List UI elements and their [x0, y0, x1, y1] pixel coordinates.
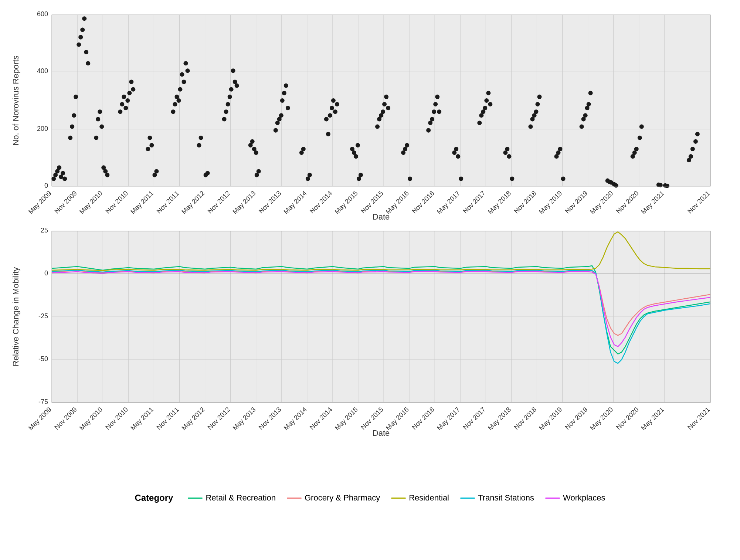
scatter-dot	[583, 113, 588, 118]
svg-text:May 2019: May 2019	[537, 405, 563, 432]
svg-text:May 2013: May 2013	[231, 405, 257, 432]
grocery-pharmacy-legend-line	[287, 498, 302, 499]
svg-text:Nov 2016: Nov 2016	[410, 405, 436, 431]
scatter-dot	[505, 147, 509, 151]
scatter-dot	[658, 183, 663, 187]
scatter-dot	[226, 102, 230, 106]
x-tick-may2012: May 2012	[180, 190, 206, 216]
bottom-y-tick-0: 0	[44, 269, 48, 277]
scatter-dot	[328, 113, 332, 118]
legend-item-workplaces: Workplaces	[545, 493, 605, 503]
x-tick-may2019: May 2019	[537, 190, 563, 216]
x-tick-may2021: May 2021	[640, 190, 666, 216]
scatter-dot	[537, 95, 542, 99]
svg-text:May 2015: May 2015	[333, 405, 359, 432]
x-tick-nov2019: Nov 2019	[564, 190, 589, 215]
scatter-dot	[324, 117, 329, 121]
scatter-dot	[231, 68, 235, 73]
transit-stations-legend-line	[460, 498, 475, 499]
svg-text:May 2018: May 2018	[486, 405, 512, 432]
scatter-dot	[57, 165, 61, 170]
scatter-dot	[386, 106, 390, 110]
scatter-dot	[180, 72, 184, 77]
scatter-dot	[356, 143, 360, 147]
scatter-dot	[484, 98, 489, 103]
y-tick-600: 600	[37, 10, 48, 18]
scatter-dot	[333, 109, 337, 114]
workplaces-legend-line	[545, 498, 560, 499]
scatter-dot	[122, 95, 126, 99]
x-tick-may2016: May 2016	[384, 190, 410, 216]
scatter-dot	[280, 98, 285, 103]
scatter-dot	[528, 124, 533, 129]
x-tick-nov2020: Nov 2020	[615, 190, 640, 215]
scatter-dot	[146, 147, 150, 151]
bottom-y-tick-n75: -75	[38, 398, 48, 405]
scatter-dot	[222, 117, 227, 121]
scatter-dot	[118, 109, 122, 114]
scatter-dot	[437, 109, 441, 114]
scatter-dot	[426, 128, 431, 133]
x-tick-may2013: May 2013	[231, 190, 257, 216]
scatter-dot	[639, 124, 644, 129]
scatter-dot	[147, 136, 152, 140]
x-tick-may2011: May 2011	[129, 190, 155, 216]
scatter-dot	[127, 91, 132, 95]
x-tick-may2020: May 2020	[588, 190, 614, 216]
scatter-dot	[609, 180, 614, 185]
bottom-y-tick-25: 25	[41, 227, 48, 234]
svg-text:Nov 2012: Nov 2012	[206, 405, 232, 431]
scatter-dot	[405, 143, 409, 147]
scatter-dot	[585, 106, 590, 110]
x-tick-nov2021: Nov 2021	[686, 190, 712, 215]
x-tick-may2018: May 2018	[486, 190, 512, 216]
svg-text:May 2009: May 2009	[27, 405, 53, 432]
scatter-dot	[690, 147, 695, 151]
scatter-dot	[359, 173, 363, 177]
svg-text:May 2017: May 2017	[435, 405, 461, 432]
x-tick-nov2009: Nov 2009	[53, 190, 78, 215]
scatter-dot	[171, 109, 175, 114]
svg-text:Nov 2018: Nov 2018	[513, 405, 538, 431]
scatter-dot	[588, 91, 593, 95]
scatter-dot	[308, 173, 312, 177]
scatter-dot	[375, 124, 380, 129]
top-plot-bg	[52, 15, 710, 186]
scatter-dot	[331, 98, 336, 103]
scatter-dot	[125, 98, 130, 103]
svg-text:May 2012: May 2012	[180, 405, 206, 432]
scatter-dot	[459, 177, 463, 181]
scatter-dot	[477, 121, 482, 125]
svg-text:Nov 2010: Nov 2010	[104, 405, 130, 431]
scatter-dot	[131, 87, 135, 92]
scatter-dot	[149, 143, 154, 147]
scatter-dot	[154, 169, 159, 173]
scatter-dot	[580, 124, 584, 129]
scatter-dot	[129, 80, 133, 84]
svg-text:May 2016: May 2016	[384, 405, 410, 432]
scatter-dot	[183, 61, 188, 65]
scatter-dot	[77, 43, 81, 47]
svg-text:Nov 2013: Nov 2013	[257, 405, 283, 431]
top-y-axis-label: No. of Norovirus Reports	[11, 55, 20, 146]
scatter-dot	[301, 147, 306, 151]
x-tick-may2017: May 2017	[435, 190, 461, 216]
scatter-dot	[84, 50, 88, 54]
scatter-dot	[282, 91, 286, 95]
scatter-dot	[80, 27, 85, 32]
scatter-dot	[228, 95, 232, 99]
top-chart: 0 200 400 600 No. of Norovirus Reports M…	[7, 7, 733, 224]
scatter-dot	[72, 113, 76, 118]
scatter-dot	[120, 102, 124, 106]
legend-item-residential: Residential	[391, 493, 449, 503]
svg-text:May 2014: May 2014	[282, 405, 308, 432]
bottom-chart: -75 -50 -25 0 25 Relative Change in Mobi…	[7, 224, 733, 440]
bottom-y-tick-n50: -50	[38, 355, 48, 362]
svg-text:Nov 2014: Nov 2014	[308, 405, 334, 431]
residential-legend-line	[391, 498, 406, 499]
scatter-dot	[70, 124, 74, 129]
scatter-dot	[354, 154, 358, 159]
svg-text:May 2020: May 2020	[588, 405, 614, 432]
x-tick-nov2017: Nov 2017	[462, 190, 487, 215]
scatter-dot	[326, 132, 330, 136]
